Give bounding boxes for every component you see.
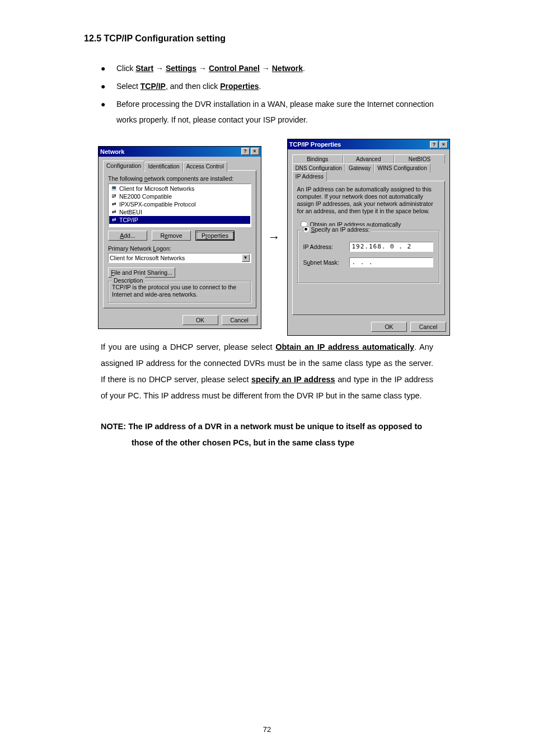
paragraph-1: If you are using a DHCP server, please s… <box>101 339 433 404</box>
note-line-1: NOTE: The IP address of a DVR in a netwo… <box>101 419 433 435</box>
tab-bindings[interactable]: Bindings <box>292 154 343 163</box>
description-group: Description TCP/IP is the protocol you u… <box>108 281 251 303</box>
subnet-mask-label: Subnet Mask: <box>303 259 349 266</box>
bullet-marker: ● <box>101 78 116 94</box>
specify-group: Specify an IP address: IP Address: 192.1… <box>297 230 441 284</box>
dropdown-value: Client for Microsoft Networks <box>110 255 242 261</box>
protocol-icon: ⇄ <box>110 217 118 223</box>
list-item-selected[interactable]: ⇄TCP/IP <box>109 216 250 224</box>
cancel-button[interactable]: Cancel <box>410 322 446 332</box>
section-title: 12.5 TCP/IP Configuration setting <box>84 34 450 44</box>
ip-address-input[interactable]: 192.168. 0 . 2 <box>349 242 433 252</box>
radio-icon <box>303 226 309 232</box>
components-listbox[interactable]: 💻Client for Microsoft Networks 🖳NE2000 C… <box>108 184 251 227</box>
link-network: Network <box>272 64 303 73</box>
ip-address-label: IP Address: <box>303 243 349 250</box>
tcpip-dialog: TCP/IP Properties ? × Bindings Advanced … <box>287 139 451 336</box>
list-item[interactable]: 💻Client for Microsoft Networks <box>109 185 250 192</box>
chevron-down-icon[interactable]: ▼ <box>242 254 250 262</box>
bullet-marker: ● <box>101 96 116 128</box>
dialog-title: TCP/IP Properties <box>289 141 429 148</box>
tab-wins[interactable]: WINS Configuration <box>374 163 430 172</box>
adapter-icon: 🖳 <box>110 193 118 199</box>
tab-advanced[interactable]: Advanced <box>343 154 394 163</box>
dialog-title: Network <box>100 148 240 155</box>
link-start: Start <box>135 64 153 73</box>
description-text: TCP/IP is the protocol you use to connec… <box>112 284 247 300</box>
tab-gateway[interactable]: Gateway <box>345 163 374 172</box>
bullet-marker: ● <box>101 60 116 76</box>
description-label: Description <box>112 277 145 284</box>
tab-identification[interactable]: Identification <box>144 162 182 172</box>
bullet-3: ● Before processing the DVR installation… <box>101 96 450 128</box>
radio-specify[interactable]: Specify an IP address: <box>301 226 372 233</box>
components-label: The following network components are ins… <box>108 175 251 182</box>
link-control-panel: Control Panel <box>209 64 260 73</box>
bullet-1: ● Click Start → Settings → Control Panel… <box>101 60 450 76</box>
network-dialog: Network ? × Configuration Identification… <box>98 146 261 329</box>
link-tcpip: TCP/IP <box>140 82 166 91</box>
tab-configuration[interactable]: Configuration <box>103 161 144 171</box>
close-button[interactable]: × <box>439 141 448 148</box>
note-line-2: those of the other chosen PCs, but in th… <box>101 435 433 451</box>
tab-panel: The following network components are ins… <box>103 170 256 308</box>
help-button[interactable]: ? <box>241 148 250 155</box>
primary-logon-label: Primary Network Logon: <box>108 245 251 252</box>
help-button[interactable]: ? <box>430 141 438 148</box>
info-text: An IP address can be automatically assig… <box>297 186 441 215</box>
client-icon: 💻 <box>110 185 118 191</box>
arrow-right-icon: → <box>268 230 280 245</box>
tab-panel: An IP address can be automatically assig… <box>292 181 446 315</box>
tab-netbios[interactable]: NetBIOS <box>394 154 445 163</box>
list-item[interactable]: 🖳NE2000 Compatible <box>109 192 250 200</box>
add-button[interactable]: Add... <box>108 231 147 241</box>
emphasis-specify: specify an IP address <box>251 375 335 384</box>
page-number: 72 <box>0 725 534 734</box>
list-item[interactable]: ⇄IPX/SPX-compatible Protocol <box>109 200 250 208</box>
protocol-icon: ⇄ <box>110 201 118 207</box>
file-print-sharing-button[interactable]: File and Print Sharing... <box>108 267 175 278</box>
primary-logon-dropdown[interactable]: Client for Microsoft Networks ▼ <box>108 253 251 263</box>
subnet-mask-input[interactable]: . . . <box>349 257 433 267</box>
titlebar[interactable]: TCP/IP Properties ? × <box>288 139 450 149</box>
tabs: Configuration Identification Access Cont… <box>103 160 256 170</box>
remove-button[interactable]: Remove <box>152 231 191 241</box>
titlebar[interactable]: Network ? × <box>99 147 261 157</box>
protocol-icon: ⇄ <box>110 209 118 215</box>
emphasis-obtain: Obtain an IP address automatically <box>275 342 414 351</box>
instructions-list: ● Click Start → Settings → Control Panel… <box>84 60 450 128</box>
tab-access-control[interactable]: Access Control <box>183 162 227 172</box>
bullet-2: ● Select TCP/IP, and then click Properti… <box>101 78 450 94</box>
link-settings: Settings <box>166 64 196 73</box>
link-properties: Properties <box>220 82 259 91</box>
close-button[interactable]: × <box>251 148 259 155</box>
properties-button[interactable]: Properties <box>195 231 235 241</box>
cancel-button[interactable]: Cancel <box>222 315 257 325</box>
tab-ip-address[interactable]: IP Address <box>292 171 327 181</box>
ok-button[interactable]: OK <box>371 322 407 332</box>
ok-button[interactable]: OK <box>182 315 218 325</box>
note-block: NOTE: The IP address of a DVR in a netwo… <box>101 419 433 451</box>
list-item[interactable]: ⇄NetBEUI <box>109 208 250 216</box>
